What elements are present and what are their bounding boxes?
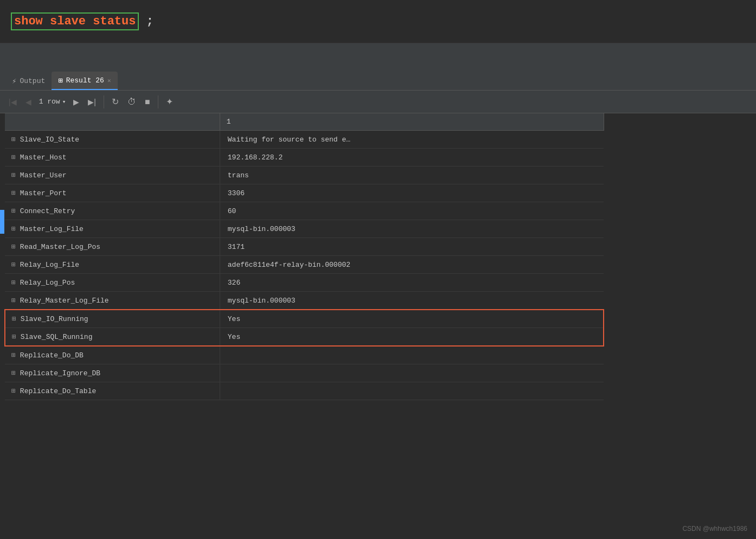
field-cell: ⊞Relay_Log_File bbox=[5, 256, 220, 274]
nav-divider-2 bbox=[158, 95, 158, 108]
field-icon: ⊞ bbox=[11, 153, 16, 162]
tabs-area: ⚡ Output ⊞ Result 26 ✕ bbox=[0, 68, 756, 91]
value-cell: Yes bbox=[220, 310, 604, 328]
table-row: ⊞Relay_Log_Fileadef6c811e4f-relay-bin.00… bbox=[5, 256, 604, 274]
field-cell: ⊞Replicate_Do_DB bbox=[5, 346, 220, 364]
col-value-header: 1 bbox=[220, 113, 604, 131]
query-editor[interactable]: show slave status ; bbox=[0, 0, 756, 43]
table-row: ⊞Slave_SQL_RunningYes bbox=[5, 328, 604, 347]
field-cell: ⊞Slave_IO_State bbox=[5, 131, 220, 149]
field-cell: ⊞Replicate_Ignore_DB bbox=[5, 364, 220, 382]
field-name: Relay_Log_Pos bbox=[20, 279, 75, 287]
field-name: Slave_IO_State bbox=[20, 136, 79, 144]
table-row: ⊞Replicate_Do_Table bbox=[5, 382, 604, 400]
field-icon: ⊞ bbox=[11, 189, 16, 197]
field-icon: ⊞ bbox=[11, 224, 16, 233]
table-row: ⊞Read_Master_Log_Pos3171 bbox=[5, 238, 604, 256]
value-cell: adef6c811e4f-relay-bin.000002 bbox=[220, 256, 604, 274]
col-field-header bbox=[5, 113, 220, 131]
tab-close-icon[interactable]: ✕ bbox=[107, 77, 111, 84]
nav-divider bbox=[104, 95, 104, 108]
table-header-row: 1 bbox=[5, 113, 604, 131]
field-name: Master_Port bbox=[20, 189, 67, 197]
field-icon: ⊞ bbox=[11, 296, 16, 305]
first-page-button[interactable]: |◀ bbox=[5, 95, 20, 108]
field-name: Relay_Master_Log_File bbox=[20, 297, 109, 305]
value-cell: trans bbox=[220, 166, 604, 184]
field-name: Master_User bbox=[20, 171, 67, 179]
table-row: ⊞Connect_Retry60 bbox=[5, 202, 604, 220]
right-panel bbox=[604, 113, 756, 539]
keyword-status: status bbox=[93, 15, 136, 28]
row-count: 1 row bbox=[39, 98, 60, 106]
result-table: 1 ⊞Slave_IO_StateWaiting for source to s… bbox=[4, 113, 604, 400]
field-cell: ⊞Slave_IO_Running bbox=[5, 310, 220, 328]
row-info: 1 row ▾ bbox=[37, 98, 68, 106]
tab-result-label: Result 26 bbox=[66, 76, 104, 85]
table-row: ⊞Replicate_Do_DB bbox=[5, 346, 604, 364]
field-cell: ⊞Master_Log_File bbox=[5, 220, 220, 238]
field-icon: ⊞ bbox=[11, 171, 16, 179]
field-name: Replicate_Do_Table bbox=[20, 387, 96, 395]
field-icon: ⊞ bbox=[12, 315, 16, 323]
field-name: Master_Host bbox=[20, 153, 67, 162]
query-keyword-box: show slave status bbox=[11, 12, 139, 30]
value-cell: 3171 bbox=[220, 238, 604, 256]
field-cell: ⊞Master_Port bbox=[5, 184, 220, 202]
tab-output-label: Output bbox=[20, 77, 45, 85]
field-name: Slave_SQL_Running bbox=[21, 333, 93, 341]
value-cell: mysql-bin.000003 bbox=[220, 220, 604, 238]
field-icon: ⊞ bbox=[11, 242, 16, 251]
field-cell: ⊞Master_Host bbox=[5, 149, 220, 166]
clock-button[interactable]: ⏱ bbox=[124, 95, 139, 109]
pin-button[interactable]: ✦ bbox=[163, 94, 176, 109]
left-marker bbox=[0, 113, 4, 539]
value-cell: 3306 bbox=[220, 184, 604, 202]
toolbar-area bbox=[0, 43, 756, 68]
table-row: ⊞Relay_Master_Log_Filemysql-bin.000003 bbox=[5, 292, 604, 310]
value-cell: Waiting for source to send e… bbox=[220, 131, 604, 149]
field-cell: ⊞Connect_Retry bbox=[5, 202, 220, 220]
output-icon: ⚡ bbox=[12, 76, 16, 86]
field-cell: ⊞Master_User bbox=[5, 166, 220, 184]
value-cell: 326 bbox=[220, 274, 604, 292]
field-cell: ⊞Read_Master_Log_Pos bbox=[5, 238, 220, 256]
table-row: ⊞Master_Log_Filemysql-bin.000003 bbox=[5, 220, 604, 238]
table-row: ⊞Master_Usertrans bbox=[5, 166, 604, 184]
last-page-button[interactable]: ▶| bbox=[85, 95, 99, 108]
prev-page-button[interactable]: ◀ bbox=[22, 95, 35, 108]
field-cell: ⊞Relay_Master_Log_File bbox=[5, 292, 220, 310]
field-cell: ⊞Replicate_Do_Table bbox=[5, 382, 220, 400]
field-name: Relay_Log_File bbox=[20, 261, 79, 269]
value-cell: 60 bbox=[220, 202, 604, 220]
keyword-slave-text: slave bbox=[50, 15, 86, 28]
field-icon: ⊞ bbox=[11, 135, 16, 144]
next-page-button[interactable]: ▶ bbox=[70, 95, 82, 108]
stop-button[interactable]: ■ bbox=[142, 95, 153, 109]
field-icon: ⊞ bbox=[11, 387, 16, 395]
table-row: ⊞Slave_IO_RunningYes bbox=[5, 310, 604, 328]
field-name: Connect_Retry bbox=[20, 207, 75, 215]
query-text: show slave status ; bbox=[11, 12, 153, 30]
watermark: CSDN @whhwch1986 bbox=[682, 525, 747, 532]
tab-result[interactable]: ⊞ Result 26 ✕ bbox=[52, 72, 117, 90]
value-cell: 192.168.228.2 bbox=[220, 149, 604, 166]
nav-bar: |◀ ◀ 1 row ▾ ▶ ▶| ↻ ⏱ ■ ✦ bbox=[0, 91, 756, 113]
query-semicolon: ; bbox=[146, 15, 153, 28]
table-row: ⊞Relay_Log_Pos326 bbox=[5, 274, 604, 292]
table-row: ⊞Slave_IO_StateWaiting for source to sen… bbox=[5, 131, 604, 149]
table-row: ⊞Master_Host192.168.228.2 bbox=[5, 149, 604, 166]
keyword-show: show bbox=[14, 15, 43, 28]
active-row-marker bbox=[0, 210, 4, 234]
tab-output[interactable]: ⚡ Output bbox=[5, 72, 52, 90]
refresh-button[interactable]: ↻ bbox=[108, 94, 122, 109]
field-icon: ⊞ bbox=[12, 332, 16, 341]
field-icon: ⊞ bbox=[11, 351, 16, 360]
table-container: 1 ⊞Slave_IO_StateWaiting for source to s… bbox=[4, 113, 604, 539]
table-row: ⊞Replicate_Ignore_DB bbox=[5, 364, 604, 382]
value-cell bbox=[220, 346, 604, 364]
field-name: Replicate_Do_DB bbox=[20, 351, 84, 360]
field-icon: ⊞ bbox=[11, 278, 16, 287]
field-cell: ⊞Relay_Log_Pos bbox=[5, 274, 220, 292]
field-icon: ⊞ bbox=[11, 207, 16, 215]
